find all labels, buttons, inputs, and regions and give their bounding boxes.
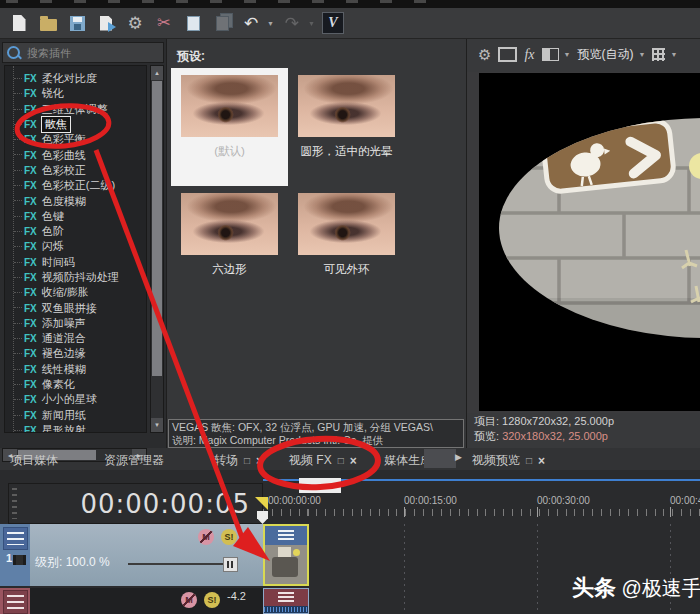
tab-project-media[interactable]: 项目媒体 <box>10 452 58 469</box>
preset-tiles: (默认) 圆形，适中的光晕 六边形 可见外环 <box>171 68 405 304</box>
project-properties-button[interactable]: ⚙ <box>124 12 146 34</box>
fx-item-label: 双鱼眼拼接 <box>42 301 97 316</box>
save-project-button[interactable] <box>66 12 88 34</box>
tab-transitions[interactable]: 转场□× <box>214 452 263 469</box>
fx-list-item[interactable]: FX 视频防抖动处理 <box>5 270 146 285</box>
fx-list-item[interactable]: FX 三维立体调整 <box>5 102 146 117</box>
fx-list-item[interactable]: FX 小小的星球 <box>5 392 146 407</box>
fx-list-vertical-scrollbar[interactable]: ▲ ▼ <box>150 65 164 433</box>
fx-list-item[interactable]: FX 像素化 <box>5 377 146 392</box>
fx-list-item[interactable]: FX 色度模糊 <box>5 193 146 208</box>
timeline-ruler[interactable]: 00:00:00:0000:00:15:0000:00:30:0000:00:4… <box>263 494 700 524</box>
loop-region-marker[interactable] <box>255 497 268 510</box>
preview-settings-gear-icon[interactable]: ⚙ <box>478 47 491 62</box>
copy-button[interactable] <box>182 12 204 34</box>
timecode-display[interactable]: 00:00:00:05 <box>8 483 263 524</box>
restore-icon[interactable]: □ <box>244 455 250 466</box>
fx-list-item[interactable]: FX 闪烁 <box>5 239 146 254</box>
clip-header[interactable] <box>265 526 307 545</box>
mute-button[interactable]: M <box>181 592 197 608</box>
track-menu-icon[interactable] <box>3 590 28 614</box>
grid-overlay-icon[interactable] <box>652 48 665 61</box>
video-track-header[interactable]: 1 级别: 100.0 % M S! <box>0 524 263 586</box>
fx-list-item[interactable]: FX 色彩平衡 <box>5 132 146 147</box>
fx-list-item[interactable]: FX 通道混合 <box>5 331 146 346</box>
preview-quality-dropdown[interactable]: ▼ <box>639 51 646 58</box>
restore-icon[interactable]: □ <box>526 455 532 466</box>
preview-quality-label[interactable]: 预览(自动) <box>578 46 634 63</box>
fx-list-item[interactable]: FX 星形放射 <box>5 423 146 433</box>
solo-button[interactable]: S! <box>204 592 220 608</box>
track-level-slider[interactable] <box>128 563 236 565</box>
preset-tile[interactable]: 六边形 <box>171 186 288 304</box>
fx-list-item[interactable]: FX 收缩/膨胀 <box>5 285 146 300</box>
scroll-down-button[interactable]: ▼ <box>151 418 163 432</box>
interactive-tutorials-button[interactable]: V <box>322 12 344 34</box>
paste-button[interactable] <box>211 12 233 34</box>
fx-list-item[interactable]: FX 柔化对比度 <box>5 71 146 86</box>
restore-icon[interactable]: □ <box>338 455 344 466</box>
render-as-button[interactable] <box>95 12 117 34</box>
level-slider-handle[interactable] <box>223 557 238 572</box>
new-project-button[interactable] <box>8 12 30 34</box>
track-menu-icon[interactable] <box>3 527 28 550</box>
preset-label: 六边形 <box>171 262 288 277</box>
fx-badge: FX <box>24 88 37 99</box>
preset-tile[interactable]: 圆形，适中的光晕 <box>288 68 405 186</box>
fx-item-label: 像素化 <box>42 377 75 392</box>
grid-overlay-dropdown[interactable]: ▼ <box>670 51 677 58</box>
close-icon[interactable]: × <box>350 454 357 468</box>
fx-list-item[interactable]: FX 时间码 <box>5 255 146 270</box>
fx-list-item[interactable]: FX 色彩校正 <box>5 163 146 178</box>
vertical-scroll-thumb[interactable] <box>152 81 162 376</box>
open-project-button[interactable] <box>37 12 59 34</box>
clip-header[interactable] <box>264 589 308 605</box>
fx-badge: FX <box>24 333 37 344</box>
fx-list-item[interactable]: FX 锐化 <box>5 86 146 101</box>
fx-badge: FX <box>24 425 37 433</box>
audio-clip[interactable] <box>263 588 309 614</box>
fx-item-label: 通道混合 <box>42 331 86 346</box>
fx-item-label: 色彩平衡 <box>42 132 86 147</box>
tab-scroll-more-button[interactable]: ▶ <box>455 452 462 462</box>
preset-tile[interactable]: 可见外环 <box>288 186 405 304</box>
redo-button[interactable]: ↷ <box>281 12 303 34</box>
solo-button[interactable]: S! <box>221 529 237 545</box>
fx-list-item[interactable]: FX 色键 <box>5 209 146 224</box>
tab-video-fx[interactable]: 视频 FX□× <box>289 452 357 469</box>
fx-list-item[interactable]: FX 双鱼眼拼接 <box>5 300 146 315</box>
fx-list-item[interactable]: FX 褪色边缘 <box>5 346 146 361</box>
fx-list-item[interactable]: FX 色彩校正(二级) <box>5 178 146 193</box>
fx-list-item[interactable]: FX 新闻用纸 <box>5 408 146 423</box>
split-screen-icon[interactable] <box>542 48 559 61</box>
fx-list-item[interactable]: FX 散焦 <box>5 117 146 132</box>
cut-button[interactable]: ✂ <box>153 12 175 34</box>
close-icon[interactable]: × <box>538 454 545 468</box>
video-output-fx-icon[interactable]: fx <box>524 47 534 63</box>
fx-badge: FX <box>24 226 37 237</box>
undo-dropdown[interactable]: ▼ <box>267 20 274 27</box>
audio-track-header[interactable]: M S! -4.2 <box>0 588 263 614</box>
undo-button[interactable]: ↶ <box>240 12 262 34</box>
plugin-search-box[interactable] <box>2 42 164 63</box>
plugin-info-box: VEGAS 散焦: OFX, 32 位浮点, GPU 加速, 分组 VEGAS\… <box>168 419 464 448</box>
search-input[interactable] <box>25 46 149 60</box>
thumbnail-sparkle <box>293 549 300 556</box>
close-icon[interactable]: × <box>256 454 263 468</box>
fx-list-item[interactable]: FX 色彩曲线 <box>5 147 146 162</box>
redo-dropdown[interactable]: ▼ <box>308 20 315 27</box>
tab-video-preview[interactable]: 视频预览□× <box>472 452 545 469</box>
fx-list-item[interactable]: FX 线性模糊 <box>5 362 146 377</box>
split-screen-dropdown[interactable]: ▼ <box>564 51 571 58</box>
fx-list-item[interactable]: FX 色阶 <box>5 224 146 239</box>
preset-tile[interactable]: (默认) <box>171 68 288 186</box>
external-monitor-icon[interactable] <box>498 47 517 62</box>
tab-explorer[interactable]: 资源管理器 <box>104 452 164 469</box>
video-clip-selected[interactable] <box>263 524 309 586</box>
timecode-drag-grip[interactable] <box>12 488 17 519</box>
mute-button[interactable]: M <box>198 529 214 545</box>
preset-label: 可见外环 <box>288 262 405 277</box>
vegas-logo-icon: V <box>322 12 344 34</box>
fx-list-item[interactable]: FX 添加噪声 <box>5 316 146 331</box>
scroll-up-button[interactable]: ▲ <box>151 66 163 80</box>
